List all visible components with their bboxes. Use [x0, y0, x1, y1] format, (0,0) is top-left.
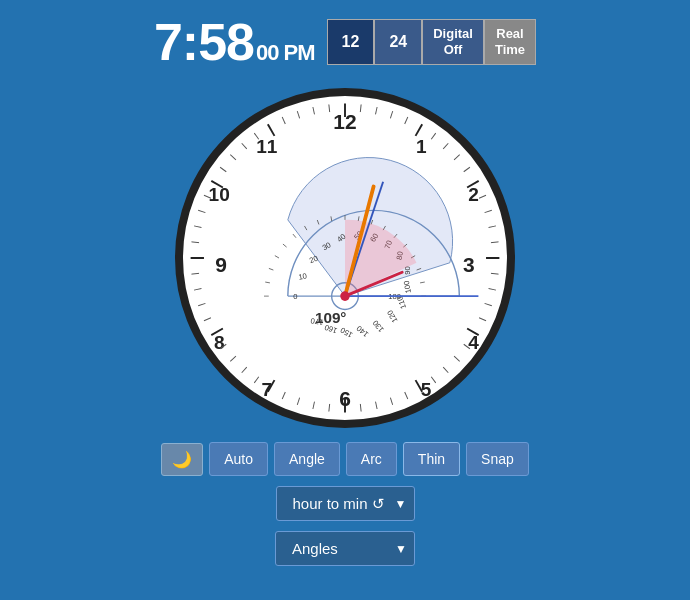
angle-button[interactable]: Angle: [274, 442, 340, 476]
svg-line-95: [313, 402, 315, 409]
svg-line-110: [220, 167, 226, 171]
svg-line-92: [376, 402, 378, 409]
svg-line-80: [489, 226, 496, 228]
hour-to-min-dropdown[interactable]: hour to min ↺: [276, 486, 415, 521]
svg-line-71: [376, 107, 378, 114]
svg-line-81: [491, 242, 499, 243]
svg-line-105: [191, 273, 199, 274]
svg-line-75: [443, 143, 448, 149]
svg-line-69: [268, 124, 275, 136]
time-seconds-ampm: 00 PM: [256, 40, 315, 66]
svg-text:2: 2: [468, 184, 479, 205]
svg-text:3: 3: [463, 253, 475, 276]
svg-line-74: [431, 133, 435, 139]
svg-line-100: [230, 356, 236, 361]
header: 7:5800 PM 12 24 DigitalOff RealTime: [0, 0, 690, 84]
svg-line-6: [283, 244, 287, 247]
btn-real-time[interactable]: RealTime: [484, 19, 536, 64]
svg-line-102: [204, 318, 211, 321]
svg-line-96: [297, 398, 299, 405]
svg-line-107: [194, 226, 201, 228]
svg-text:11: 11: [256, 136, 278, 157]
btn-24hr[interactable]: 24: [374, 19, 422, 64]
svg-line-114: [282, 117, 285, 124]
svg-line-103: [198, 303, 205, 305]
svg-line-84: [485, 303, 492, 305]
time-format-buttons: 12 24 DigitalOff RealTime: [327, 19, 536, 64]
controls-row: 🌙 Auto Angle Arc Thin Snap: [161, 442, 529, 476]
svg-line-99: [242, 367, 247, 373]
svg-text:1: 1: [416, 136, 427, 157]
svg-line-70: [360, 104, 361, 112]
svg-line-4: [269, 268, 273, 270]
svg-line-73: [405, 117, 408, 124]
svg-line-115: [297, 111, 299, 118]
svg-text:7: 7: [262, 379, 273, 400]
clock-face[interactable]: // Will be rendered inline: [175, 88, 515, 428]
svg-point-44: [340, 291, 350, 301]
svg-line-85: [479, 318, 486, 321]
hour-to-min-dropdown-wrapper: hour to min ↺ ▼: [276, 486, 415, 521]
svg-line-112: [242, 143, 247, 149]
svg-text:10: 10: [209, 184, 230, 205]
time-main: 7:58: [154, 12, 254, 72]
svg-line-77: [464, 167, 470, 171]
svg-line-97: [282, 392, 285, 399]
svg-line-90: [405, 392, 408, 399]
svg-line-94: [329, 404, 330, 412]
svg-line-72: [390, 111, 392, 118]
clock-svg: // Will be rendered inline: [183, 96, 507, 420]
svg-text:130: 130: [371, 319, 386, 335]
arc-button[interactable]: Arc: [346, 442, 397, 476]
thin-button[interactable]: Thin: [403, 442, 460, 476]
svg-text:140: 140: [355, 324, 371, 339]
clock-container: // Will be rendered inline: [175, 88, 515, 428]
svg-line-91: [390, 398, 392, 405]
angles-dropdown[interactable]: Angles: [275, 531, 415, 566]
svg-line-111: [230, 155, 236, 160]
btn-12hr[interactable]: 12: [327, 19, 375, 64]
svg-line-83: [489, 289, 496, 291]
svg-line-3: [265, 282, 270, 283]
svg-text:0: 0: [293, 292, 297, 301]
svg-line-89: [431, 377, 435, 383]
svg-line-82: [491, 273, 499, 274]
svg-line-117: [329, 104, 330, 112]
time-display: 7:5800 PM: [154, 12, 315, 72]
snap-button[interactable]: Snap: [466, 442, 529, 476]
angles-dropdown-wrapper: Angles ▼: [275, 531, 415, 566]
svg-line-79: [485, 210, 492, 212]
svg-line-88: [443, 367, 448, 373]
svg-text:5: 5: [421, 379, 432, 400]
svg-line-5: [275, 256, 279, 258]
svg-line-7: [293, 234, 296, 238]
svg-line-76: [454, 155, 460, 160]
svg-line-104: [194, 289, 201, 291]
svg-text:100: 100: [402, 280, 413, 294]
auto-button[interactable]: Auto: [209, 442, 268, 476]
svg-text:10: 10: [298, 271, 308, 281]
svg-text:9: 9: [215, 253, 227, 276]
dropdown-row-2: Angles ▼: [275, 531, 415, 566]
svg-text:120: 120: [385, 309, 399, 325]
svg-line-59: [416, 124, 423, 136]
svg-line-78: [479, 195, 486, 198]
svg-line-87: [454, 356, 460, 361]
svg-line-108: [198, 210, 205, 212]
svg-line-106: [191, 242, 199, 243]
svg-line-19: [420, 282, 425, 283]
svg-text:8: 8: [214, 332, 225, 353]
dropdown-row-1: hour to min ↺ ▼: [276, 486, 415, 521]
svg-text:150: 150: [339, 326, 355, 340]
svg-line-93: [360, 404, 361, 412]
svg-line-116: [313, 107, 315, 114]
moon-button[interactable]: 🌙: [161, 443, 203, 476]
btn-digital-off[interactable]: DigitalOff: [422, 19, 484, 64]
svg-text:109°: 109°: [315, 309, 347, 326]
svg-line-98: [254, 377, 258, 383]
